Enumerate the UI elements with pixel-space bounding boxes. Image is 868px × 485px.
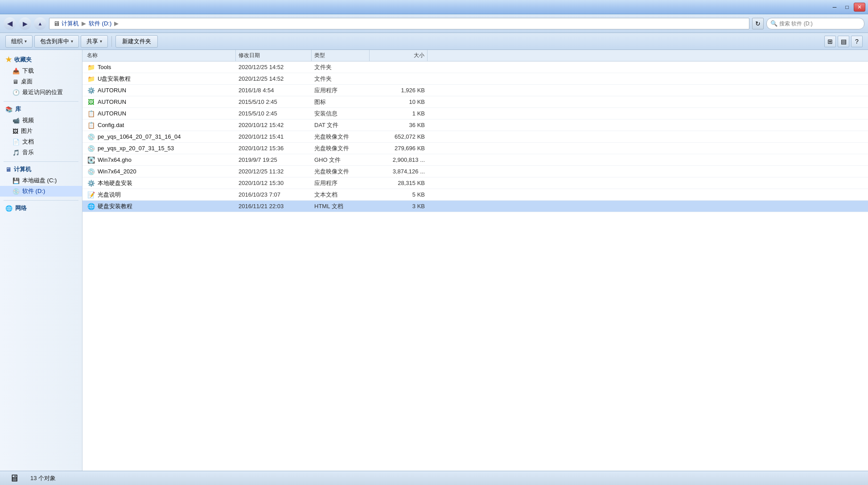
col-header-size[interactable]: 大小 xyxy=(370,50,428,61)
file-type: 图标 xyxy=(312,98,370,106)
file-type: 文本文档 xyxy=(312,191,370,199)
video-label: 视频 xyxy=(22,116,34,124)
file-type: 应用程序 xyxy=(312,86,370,95)
file-name: AUTORUN xyxy=(98,99,126,105)
sidebar-item-c-drive[interactable]: 💾 本地磁盘 (C:) xyxy=(0,175,82,186)
sidebar-item-desktop[interactable]: 🖥 桌面 xyxy=(0,76,82,87)
d-drive-label: 软件 (D:) xyxy=(22,187,45,195)
search-input[interactable] xyxy=(779,21,860,27)
network-label: 网络 xyxy=(15,204,27,212)
back-button[interactable]: ◀ xyxy=(4,17,16,30)
documents-label: 文档 xyxy=(22,138,34,146)
file-pane: 名称 修改日期 类型 大小 📁 Tools 2020/12/25 14:52 文… xyxy=(82,50,868,471)
help-button[interactable]: ? xyxy=(851,36,863,47)
music-icon: 🎵 xyxy=(12,149,20,156)
organize-button[interactable]: 组织 ▾ xyxy=(5,35,33,48)
col-header-type[interactable]: 类型 xyxy=(312,50,370,61)
file-name: 本地硬盘安装 xyxy=(98,179,132,187)
network-section: 🌐 网络 xyxy=(0,202,82,214)
recent-label: 最近访问的位置 xyxy=(22,88,63,96)
forward-button[interactable]: ▶ xyxy=(19,17,31,30)
divider-1 xyxy=(4,101,78,102)
file-type: 文件夹 xyxy=(312,75,370,83)
file-icon: 💿 xyxy=(87,133,95,141)
library-label: 库 xyxy=(15,105,21,113)
include-library-button[interactable]: 包含到库中 ▾ xyxy=(34,35,79,48)
file-size: 2,900,813 ... xyxy=(370,156,428,163)
file-icon: ⚙️ xyxy=(87,179,95,187)
up-button[interactable]: ▲ xyxy=(34,17,46,30)
file-name: 硬盘安装教程 xyxy=(98,202,132,210)
file-date: 2020/10/12 15:41 xyxy=(236,133,312,140)
col-header-date[interactable]: 修改日期 xyxy=(236,50,312,61)
toolbar: 组织 ▾ 包含到库中 ▾ 共享 ▾ 新建文件夹 ⊞ ▤ ? xyxy=(0,33,868,50)
file-size: 5 KB xyxy=(370,191,428,198)
maximize-button[interactable]: □ xyxy=(841,3,853,12)
file-type: 光盘映像文件 xyxy=(312,133,370,141)
file-date: 2020/12/25 14:52 xyxy=(236,64,312,70)
network-header[interactable]: 🌐 网络 xyxy=(0,202,82,214)
preview-pane-button[interactable]: ▤ xyxy=(838,36,849,47)
desktop-icon: 🖥 xyxy=(12,78,18,85)
share-dropdown-arrow: ▾ xyxy=(100,39,102,44)
new-folder-button[interactable]: 新建文件夹 xyxy=(115,35,158,48)
new-folder-label: 新建文件夹 xyxy=(122,37,151,45)
path-drive[interactable]: 软件 (D:) xyxy=(89,20,111,28)
file-date: 2015/5/10 2:45 xyxy=(236,110,312,117)
view-change-button[interactable]: ⊞ xyxy=(824,36,836,47)
table-row[interactable]: 📋 Config.dat 2020/10/12 15:42 DAT 文件 36 … xyxy=(82,119,868,131)
table-row[interactable]: 🖼 AUTORUN 2015/5/10 2:45 图标 10 KB xyxy=(82,96,868,108)
table-row[interactable]: 💿 Win7x64_2020 2020/12/25 11:32 光盘映像文件 3… xyxy=(82,166,868,177)
file-type: 应用程序 xyxy=(312,179,370,187)
address-bar: ◀ ▶ ▲ 🖥 计算机 ▶ 软件 (D:) ▶ ↻ 🔍 xyxy=(0,14,868,33)
table-row[interactable]: 💿 pe_yqs_1064_20_07_31_16_04 2020/10/12 … xyxy=(82,131,868,143)
close-button[interactable]: ✕ xyxy=(854,3,865,12)
table-row[interactable]: 📋 AUTORUN 2015/5/10 2:45 安装信息 1 KB xyxy=(82,108,868,119)
table-row[interactable]: 📝 光盘说明 2016/10/23 7:07 文本文档 5 KB xyxy=(82,189,868,201)
sidebar-item-video[interactable]: 📹 视频 xyxy=(0,115,82,126)
table-row[interactable]: 💽 Win7x64.gho 2019/9/7 19:25 GHO 文件 2,90… xyxy=(82,154,868,166)
share-button[interactable]: 共享 ▾ xyxy=(81,35,108,48)
computer-label: 计算机 xyxy=(14,165,31,173)
minimize-button[interactable]: ─ xyxy=(829,3,840,12)
file-size: 1 KB xyxy=(370,110,428,117)
favorites-header[interactable]: ★ 收藏夹 xyxy=(0,53,82,66)
library-header[interactable]: 📚 库 xyxy=(0,103,82,115)
computer-icon: 🖥 xyxy=(53,20,60,27)
path-computer[interactable]: 计算机 xyxy=(62,20,79,28)
c-drive-icon: 💾 xyxy=(12,177,20,184)
sidebar-item-d-drive[interactable]: 💿 软件 (D:) xyxy=(0,186,82,197)
view-buttons: ⊞ ▤ ? xyxy=(824,36,863,47)
col-header-name[interactable]: 名称 xyxy=(84,50,236,61)
file-list: 📁 Tools 2020/12/25 14:52 文件夹 📁 U盘安装教程 20… xyxy=(82,62,868,471)
d-drive-icon: 💿 xyxy=(12,188,20,195)
computer-header-icon: 🖥 xyxy=(5,166,11,173)
sidebar-item-pictures[interactable]: 🖼 图片 xyxy=(0,126,82,136)
refresh-button[interactable]: ↻ xyxy=(752,18,764,29)
file-name: 光盘说明 xyxy=(98,191,121,199)
table-row[interactable]: 📁 U盘安装教程 2020/12/25 14:52 文件夹 xyxy=(82,73,868,85)
sidebar-item-recent[interactable]: 🕐 最近访问的位置 xyxy=(0,87,82,98)
sidebar-item-download[interactable]: 📥 下载 xyxy=(0,66,82,76)
table-row[interactable]: ⚙️ AUTORUN 2016/1/8 4:54 应用程序 1,926 KB xyxy=(82,85,868,96)
file-date: 2015/5/10 2:45 xyxy=(236,99,312,105)
divider-2 xyxy=(4,161,78,162)
documents-icon: 📄 xyxy=(12,139,20,145)
search-box[interactable]: 🔍 xyxy=(766,18,864,29)
file-icon: 🌐 xyxy=(87,202,95,210)
include-dropdown-arrow: ▾ xyxy=(71,39,73,44)
file-date: 2019/9/7 19:25 xyxy=(236,156,312,163)
file-list-header: 名称 修改日期 类型 大小 xyxy=(82,50,868,62)
table-row[interactable]: 💿 pe_yqs_xp_20_07_31_15_53 2020/10/12 15… xyxy=(82,143,868,154)
organize-dropdown-arrow: ▾ xyxy=(25,39,27,44)
sidebar-item-documents[interactable]: 📄 文档 xyxy=(0,136,82,147)
computer-header[interactable]: 🖥 计算机 xyxy=(0,164,82,175)
path-separator-1: ▶ xyxy=(82,20,86,27)
library-icon: 📚 xyxy=(5,106,12,113)
organize-label: 组织 xyxy=(11,37,23,45)
sidebar-item-music[interactable]: 🎵 音乐 xyxy=(0,147,82,158)
table-row[interactable]: 📁 Tools 2020/12/25 14:52 文件夹 xyxy=(82,62,868,73)
table-row[interactable]: 🌐 硬盘安装教程 2016/11/21 22:03 HTML 文档 3 KB xyxy=(82,201,868,212)
file-name: pe_yqs_xp_20_07_31_15_53 xyxy=(98,145,174,152)
table-row[interactable]: ⚙️ 本地硬盘安装 2020/10/12 15:30 应用程序 28,315 K… xyxy=(82,177,868,189)
